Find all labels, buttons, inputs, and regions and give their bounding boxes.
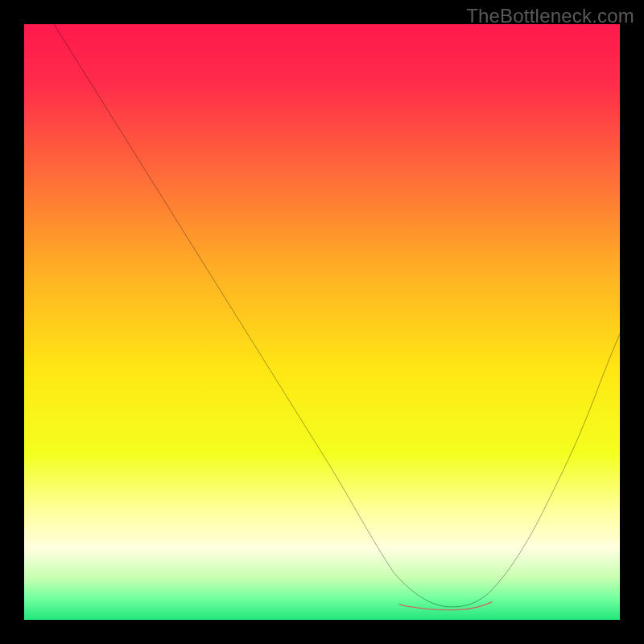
watermark-text: TheBottleneck.com bbox=[466, 5, 634, 27]
bottleneck-chart bbox=[24, 24, 620, 620]
plot-area bbox=[24, 24, 620, 620]
optimal-range-highlight bbox=[399, 602, 492, 610]
chart-frame: TheBottleneck.com bbox=[0, 0, 644, 644]
bottleneck-curve-path bbox=[54, 24, 620, 607]
